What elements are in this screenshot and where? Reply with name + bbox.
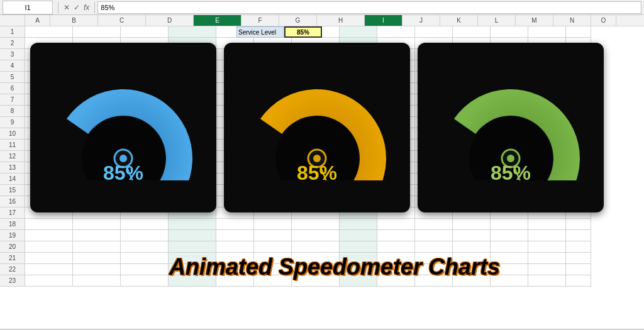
row-header-15[interactable]: 15 — [0, 185, 25, 196]
cell-N20[interactable] — [528, 241, 566, 253]
cell-M19[interactable] — [491, 230, 528, 241]
cell-F20[interactable] — [216, 241, 254, 253]
cell-K19[interactable] — [415, 230, 453, 241]
name-box[interactable]: I1 — [3, 1, 53, 14]
row-header-8[interactable]: 8 — [0, 106, 25, 117]
cell-H20[interactable] — [292, 241, 340, 253]
cell-I1[interactable] — [340, 26, 377, 38]
cell-L19[interactable] — [453, 230, 491, 241]
col-header-e[interactable]: E — [194, 15, 242, 26]
cell-B18[interactable] — [25, 219, 73, 230]
column-headers: A B C D E F G H I J K L M N O — [0, 15, 644, 26]
col-header-j[interactable]: J — [402, 15, 440, 26]
col-header-g[interactable]: G — [279, 15, 317, 26]
cell-I19[interactable] — [340, 230, 377, 241]
row-header-4[interactable]: 4 — [0, 60, 25, 72]
row-header-14[interactable]: 14 — [0, 173, 25, 185]
cell-N19[interactable] — [528, 230, 566, 241]
col-header-o[interactable]: O — [591, 15, 616, 26]
col-header-d[interactable]: D — [146, 15, 194, 26]
row-header-5[interactable]: 5 — [0, 72, 25, 83]
cell-K20[interactable] — [415, 241, 453, 253]
cell-D1[interactable] — [121, 26, 169, 38]
cell-N18[interactable] — [528, 219, 566, 230]
col-header-c[interactable]: C — [98, 15, 146, 26]
cell-H19[interactable] — [292, 230, 340, 241]
cell-N1[interactable] — [528, 26, 566, 38]
cell-B20[interactable] — [25, 241, 73, 253]
confirm-icon[interactable]: ✓ — [74, 3, 80, 12]
cell-F18[interactable] — [216, 219, 254, 230]
cell-C18[interactable] — [73, 219, 121, 230]
cell-K1[interactable] — [415, 26, 453, 38]
cell-G19[interactable] — [254, 230, 292, 241]
cancel-icon[interactable]: ✕ — [64, 3, 70, 12]
row-header-16[interactable]: 16 — [0, 196, 25, 207]
row-header-2[interactable]: 2 — [0, 38, 25, 49]
col-header-k[interactable]: K — [440, 15, 478, 26]
cell-G18[interactable] — [254, 219, 292, 230]
cell-G20[interactable] — [254, 241, 292, 253]
cell-E19[interactable] — [169, 230, 216, 241]
fx-icon[interactable]: fx — [84, 3, 89, 12]
row-header-10[interactable]: 10 — [0, 128, 25, 140]
col-header-a[interactable]: A — [25, 15, 50, 26]
cell-L18[interactable] — [453, 219, 491, 230]
cell-B1[interactable] — [25, 26, 73, 38]
row-header-19[interactable]: 19 — [0, 230, 25, 241]
grid-row-19 — [25, 230, 644, 241]
cell-M20[interactable] — [491, 241, 528, 253]
cell-O1[interactable] — [566, 26, 591, 38]
row-header-11[interactable]: 11 — [0, 140, 25, 151]
row-header-9[interactable]: 9 — [0, 117, 25, 128]
cell-K18[interactable] — [415, 219, 453, 230]
cell-D19[interactable] — [121, 230, 169, 241]
row-header-6[interactable]: 6 — [0, 83, 25, 94]
cell-B19[interactable] — [25, 230, 73, 241]
cell-O18[interactable] — [566, 219, 591, 230]
col-header-m[interactable]: M — [516, 15, 553, 26]
col-header-n[interactable]: N — [553, 15, 591, 26]
cell-J1[interactable] — [377, 26, 415, 38]
cell-E1[interactable] — [169, 26, 216, 38]
cell-F19[interactable] — [216, 230, 254, 241]
cell-C1[interactable] — [73, 26, 121, 38]
cell-E18[interactable] — [169, 219, 216, 230]
col-header-f[interactable]: F — [242, 15, 279, 26]
formula-input[interactable]: 85% — [97, 1, 641, 14]
service-level-value-cell[interactable]: 85% — [284, 26, 322, 38]
cell-J19[interactable] — [377, 230, 415, 241]
row-header-13[interactable]: 13 — [0, 162, 25, 173]
cell-I20[interactable] — [340, 241, 377, 253]
cell-I18[interactable] — [340, 219, 377, 230]
cell-C20[interactable] — [73, 241, 121, 253]
row-header-12[interactable]: 12 — [0, 151, 25, 162]
row-header-23[interactable]: 23 — [0, 275, 25, 287]
cell-O19[interactable] — [566, 230, 591, 241]
col-header-l[interactable]: L — [478, 15, 516, 26]
cell-L1[interactable] — [453, 26, 491, 38]
cell-D18[interactable] — [121, 219, 169, 230]
row-header-20[interactable]: 20 — [0, 241, 25, 253]
cell-D20[interactable] — [121, 241, 169, 253]
row-header-17[interactable]: 17 — [0, 207, 25, 219]
cell-E20[interactable] — [169, 241, 216, 253]
row-header-22[interactable]: 22 — [0, 264, 25, 275]
row-header-3[interactable]: 3 — [0, 49, 25, 60]
cell-J20[interactable] — [377, 241, 415, 253]
cell-C19[interactable] — [73, 230, 121, 241]
col-header-i[interactable]: I — [365, 15, 402, 26]
cell-M1[interactable] — [491, 26, 528, 38]
col-header-b[interactable]: B — [50, 15, 98, 26]
row-header-21[interactable]: 21 — [0, 253, 25, 264]
row-header-7[interactable]: 7 — [0, 94, 25, 106]
cell-L20[interactable] — [453, 241, 491, 253]
cell-O20[interactable] — [566, 241, 591, 253]
col-header-h[interactable]: H — [317, 15, 365, 26]
service-level-label-cell[interactable]: Service Level — [236, 26, 284, 38]
cell-H18[interactable] — [292, 219, 340, 230]
cell-M18[interactable] — [491, 219, 528, 230]
row-header-1[interactable]: 1 — [0, 26, 25, 38]
cell-J18[interactable] — [377, 219, 415, 230]
row-header-18[interactable]: 18 — [0, 219, 25, 230]
